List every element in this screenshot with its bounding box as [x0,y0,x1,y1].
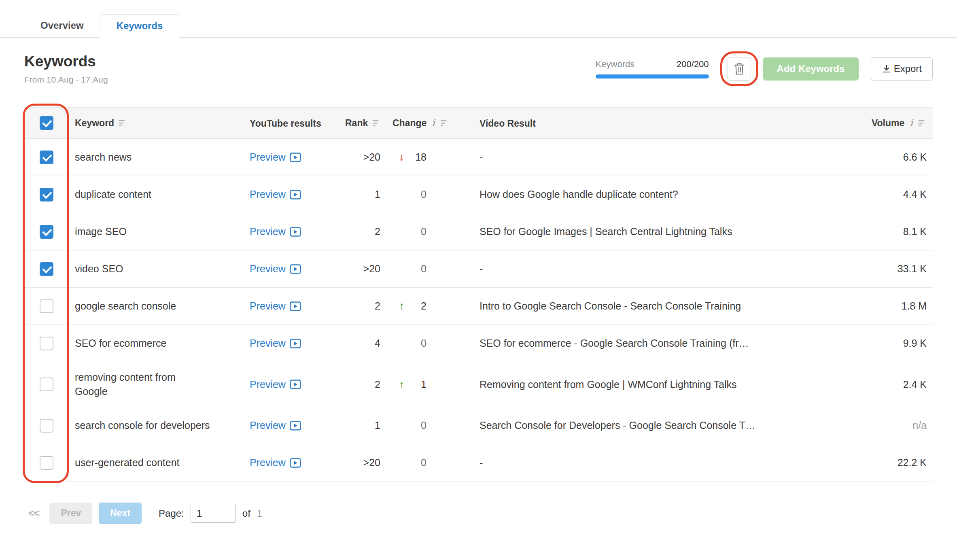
row-checkbox[interactable] [40,151,53,164]
column-header-rank: Rank [338,118,393,129]
youtube-results-cell: Preview [245,226,338,238]
change-cell: ↑ 2 [393,300,480,312]
change-arrow-icon: ↑ [399,300,412,312]
table-row: google search console Preview 2 ↑ 2 Intr… [24,288,933,325]
row-checkbox-cell [24,362,69,407]
preview-link[interactable]: Preview [250,300,301,312]
row-checkbox[interactable] [40,378,53,391]
table-row: removing content from Google Preview 2 ↑… [24,362,933,407]
total-pages: 1 [257,508,262,519]
preview-link[interactable]: Preview [250,226,301,238]
volume-cell: 22.2 K [793,457,933,469]
preview-link[interactable]: Preview [250,457,301,469]
sort-icon[interactable] [119,119,127,127]
sort-icon[interactable] [918,119,927,127]
video-preview-icon [290,458,301,468]
row-checkbox-cell [24,176,69,213]
youtube-results-cell: Preview [245,337,338,349]
date-range: From 10.Aug - 17.Aug [24,75,108,85]
keyword-cell: video SEO [69,254,245,284]
row-checkbox[interactable] [40,337,53,350]
change-cell: 0 [393,420,480,431]
keywords-counter: Keywords 200/200 [596,59,709,78]
prev-page-button[interactable]: Prev [49,503,92,524]
video-result-cell: Search Console for Developers - Google S… [480,420,793,431]
change-value: 0 [412,189,427,200]
preview-link[interactable]: Preview [250,379,301,390]
row-checkbox[interactable] [40,262,53,276]
trash-icon [734,63,745,75]
preview-link[interactable]: Preview [250,151,301,163]
select-all-checkbox[interactable] [40,116,53,130]
preview-link[interactable]: Preview [250,337,301,349]
volume-cell: 2.4 K [793,379,933,390]
change-cell: 0 [393,189,480,200]
volume-cell: 9.9 K [793,337,933,349]
row-checkbox-cell [24,288,69,325]
volume-cell: 6.6 K [793,151,933,163]
row-checkbox[interactable] [40,299,53,313]
change-cell: 0 [393,226,480,238]
rank-cell: 2 [338,379,393,390]
change-value: 1 [412,379,427,390]
volume-cell: 4.4 K [793,189,933,200]
video-result-cell: How does Google handle duplicate content… [480,189,793,200]
video-result-cell: - [480,457,793,469]
youtube-results-cell: Preview [245,189,338,200]
column-header-youtube-results: YouTube results [245,117,338,129]
change-value: 0 [412,337,427,349]
delete-keywords-button[interactable] [728,57,751,81]
row-checkbox[interactable] [40,188,53,202]
header-controls: Keywords 200/200 Add Keywords Export [596,57,933,81]
title-block: Keywords From 10.Aug - 17.Aug [24,53,108,85]
export-button[interactable]: Export [871,57,933,81]
row-checkbox[interactable] [40,225,53,239]
first-page-button[interactable]: << [24,507,43,520]
row-checkbox[interactable] [40,456,53,470]
preview-link-label: Preview [250,337,286,349]
next-page-button[interactable]: Next [99,503,142,524]
preview-link-label: Preview [250,379,286,390]
preview-link-label: Preview [250,420,286,431]
tab-overview[interactable]: Overview [24,14,100,38]
video-preview-icon [290,227,301,237]
row-checkbox[interactable] [40,419,53,433]
rank-cell: 2 [338,226,393,238]
rank-cell: 2 [338,300,393,312]
sort-icon[interactable] [440,119,449,127]
select-all-cell [24,108,69,138]
volume-cell: 1.8 M [793,300,933,312]
info-icon[interactable]: i [909,117,914,129]
youtube-results-cell: Preview [245,263,338,275]
table-row: duplicate content Preview 1 0 How does G… [24,176,933,213]
change-value: 2 [412,300,427,312]
change-arrow-icon: ↓ [399,151,412,163]
video-preview-icon [290,153,301,162]
change-cell: 0 [393,337,480,349]
export-button-label: Export [894,63,922,74]
preview-link[interactable]: Preview [250,263,301,275]
video-preview-icon [290,339,301,348]
sort-icon[interactable] [372,119,381,127]
add-keywords-button[interactable]: Add Keywords [763,57,859,81]
preview-link-label: Preview [250,226,286,238]
table-row: SEO for ecommerce Preview 4 0 SEO for ec… [24,325,933,362]
pagination: << Prev Next Page: of 1 [24,503,933,524]
change-value: 0 [412,457,427,469]
tab-bar: Overview Keywords [0,0,957,38]
keywords-progress-fill [596,74,709,78]
table-row: image SEO Preview 2 0 SEO for Google Ima… [24,213,933,250]
tab-keywords[interactable]: Keywords [100,14,180,38]
youtube-results-cell: Preview [245,457,338,469]
video-result-cell: SEO for Google Images | Search Central L… [480,226,793,238]
page-title: Keywords [24,53,108,70]
page-input[interactable] [191,504,236,523]
rank-cell: 1 [338,420,393,431]
row-checkbox-cell [24,444,69,481]
row-checkbox-cell [24,250,69,287]
video-preview-icon [290,301,301,311]
video-result-cell: - [480,263,793,275]
preview-link[interactable]: Preview [250,420,301,431]
info-icon[interactable]: i [431,117,436,129]
preview-link[interactable]: Preview [250,189,301,200]
